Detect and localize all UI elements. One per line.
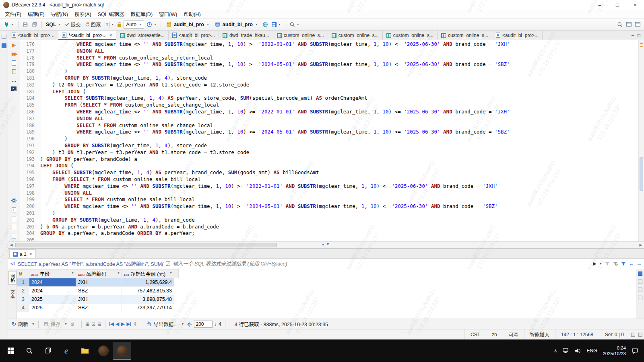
export-data-button[interactable]: 导出数据... xyxy=(145,319,179,329)
status-mini-icon[interactable] xyxy=(631,333,635,337)
grid-cell[interactable]: SBZ xyxy=(76,304,122,312)
execute-script-icon[interactable]: ▶▶ xyxy=(12,51,16,57)
grid-cell[interactable]: 2024 xyxy=(29,278,76,287)
file-warning-icon[interactable] xyxy=(12,216,16,221)
next-row-icon[interactable]: ▶ xyxy=(121,321,124,327)
grid-cell[interactable]: 2024 xyxy=(29,287,76,295)
fetch-size-input[interactable] xyxy=(194,321,213,328)
scrollbar-thumb[interactable] xyxy=(15,243,277,247)
row-number[interactable]: 2 xyxy=(17,287,29,295)
fetch-segment-icon[interactable]: ↓ xyxy=(215,322,217,327)
network-icon[interactable] xyxy=(563,348,569,354)
menu-item-5[interactable]: 数据库(D) xyxy=(127,9,156,19)
transaction-log-dropdown[interactable]: T ▼ xyxy=(103,21,116,28)
start-button[interactable] xyxy=(2,342,20,360)
tray-chevron-up-icon[interactable]: ∧ xyxy=(554,348,557,354)
last-row-icon[interactable]: ▶| xyxy=(127,321,132,327)
cancel-button[interactable]: ⊘ xyxy=(69,321,78,328)
connection-selector[interactable]: audit_bi_pro ▼ xyxy=(164,21,211,27)
grid-cell[interactable]: JXH xyxy=(76,295,122,304)
grid-settings-gear-icon[interactable] xyxy=(186,321,192,327)
internet-explorer-button[interactable]: e xyxy=(57,342,76,360)
first-row-icon[interactable]: |◀ xyxy=(109,321,114,327)
add-row-icon[interactable]: ⊞ xyxy=(85,321,89,327)
code-line[interactable]: 191 GROUP BY SUBSTR(mgclear_time, 1, 4),… xyxy=(20,142,638,149)
er-diagram-dropdown[interactable]: ▼ xyxy=(270,21,282,28)
chevron-down-icon[interactable]: ▼ xyxy=(32,323,35,325)
row-number[interactable]: 1 xyxy=(17,278,29,287)
sash-collapse-arrows[interactable]: ▲▼ xyxy=(321,242,331,246)
code-line[interactable]: 197 WHERE mgclear_time <> '' AND SUBSTR(… xyxy=(20,183,638,190)
code-line[interactable]: 193) GROUP BY perYear, brandCode) a xyxy=(20,156,638,163)
grid-cell[interactable]: JXH xyxy=(76,278,122,287)
schema-selector[interactable]: audit_bi_pro ▼ xyxy=(213,21,260,27)
code-line[interactable]: 179 WHERE mgclear_time <> '' AND SUBSTR(… xyxy=(20,61,638,68)
code-line[interactable]: 183 LEFT JOIN ( xyxy=(20,88,638,95)
editor-tab-6[interactable]: custom_online_s... xyxy=(328,31,383,40)
language-indicator[interactable]: ENG xyxy=(586,348,597,354)
taskbar-clock[interactable]: 0:24 2025/10/23 xyxy=(603,345,626,356)
task-view-button[interactable] xyxy=(39,342,57,360)
menu-item-2[interactable]: 导航(N) xyxy=(48,9,71,19)
app-button-1[interactable] xyxy=(94,342,113,360)
code-line[interactable]: 205 xyxy=(20,237,638,241)
grid-cell[interactable]: 3,898,875.48 xyxy=(122,295,174,304)
editor-tab-7[interactable]: custom_online_s... xyxy=(383,31,438,40)
column-filter-dropdown[interactable]: ▼ xyxy=(169,272,172,274)
new-sql-editor-button[interactable]: SQL ▼ xyxy=(45,21,62,28)
chevron-down-icon[interactable]: ▼ xyxy=(182,323,184,325)
code-line[interactable]: 185 FROM (SELECT * FROM custom_online_sa… xyxy=(20,102,638,109)
menu-item-4[interactable]: SQL 编辑器 xyxy=(95,9,128,19)
code-line[interactable]: 196 FROM (SELECT * FROM custom_online_sa… xyxy=(20,176,638,183)
menu-item-6[interactable]: 窗口(W) xyxy=(156,9,180,19)
code-line[interactable]: 202 GROUP BY SUBSTR(mgclear_time, 1, 4),… xyxy=(20,217,638,224)
new-connection-button[interactable]: ▼ xyxy=(2,21,15,28)
editor-tab-3[interactable]: <audit_bi_pro>... xyxy=(169,31,219,40)
panel-aggregate-icon[interactable] xyxy=(638,288,642,292)
grid-cell[interactable]: 1,295,629.4 xyxy=(122,278,174,287)
editor-tab-8[interactable]: custom_online_s... xyxy=(438,31,492,40)
apply-filter-play-icon[interactable]: ▶ xyxy=(593,261,597,266)
code-line[interactable]: 176 WHERE mgclear_time <> '' AND SUBSTR(… xyxy=(20,41,638,48)
menu-item-7[interactable]: 帮助(H) xyxy=(180,9,204,19)
menu-item-1[interactable]: 编辑(E) xyxy=(25,9,48,19)
code-line[interactable]: 189 WHERE mgclear_time <> '' AND SUBSTR(… xyxy=(20,129,638,136)
scroll-right-icon[interactable]: ▶ xyxy=(638,243,644,247)
explain-plan-icon[interactable] xyxy=(12,60,16,66)
menu-item-3[interactable]: 搜索(A) xyxy=(71,9,95,19)
commit-mode-combo[interactable]: Auto ▼ xyxy=(124,21,144,29)
code-line[interactable]: 177 UNION ALL xyxy=(20,48,638,55)
editor-horizontal-scrollbar[interactable]: ◀ ▲▼ ▶ xyxy=(8,241,644,249)
code-line[interactable]: 182 ) t2 ON t1.perYear = t2.perYear AND … xyxy=(20,82,638,88)
settings-gear-icon[interactable] xyxy=(11,197,17,204)
grid-cell[interactable]: 2025 xyxy=(29,295,76,304)
code-line[interactable]: 187 UNION ALL xyxy=(20,115,638,122)
filter-history-forward-icon[interactable]: → xyxy=(636,261,642,267)
editor-tab-9[interactable]: <audit_bi_pro>... xyxy=(492,31,543,40)
code-line[interactable]: 181 GROUP BY SUBSTR(mgclear_time, 1, 4),… xyxy=(20,75,638,82)
presentation-tab-1[interactable]: 文本 xyxy=(9,288,16,300)
restore-view-icon[interactable] xyxy=(2,34,6,39)
code-line[interactable]: 195 SELECT SUBSTR(mgclear_time, 1, 4) AS… xyxy=(20,169,638,176)
perspective-editor-button[interactable] xyxy=(625,21,633,27)
code-line[interactable]: 194LEFT JOIN ( xyxy=(20,162,638,169)
grid-cell[interactable]: 723,397,779.14 xyxy=(122,304,174,312)
code-line[interactable]: 192 ) t3 ON t1.perYear = t3.perYear AND … xyxy=(20,149,638,156)
readonly-toggle[interactable] xyxy=(116,21,122,28)
save-data-button[interactable]: 保存 xyxy=(42,319,62,329)
menu-item-0[interactable]: 文件(F) xyxy=(2,9,25,19)
editor-tab-5[interactable]: custom_online_s... xyxy=(273,31,328,40)
panel-metadata-icon[interactable] xyxy=(638,296,642,300)
previous-row-icon[interactable]: ◀ xyxy=(116,321,119,327)
refresh-button[interactable]: ↻ 刷新 xyxy=(10,319,29,329)
file-explorer-button[interactable] xyxy=(76,342,94,360)
notifications-icon[interactable] xyxy=(638,333,642,337)
chevron-down-icon[interactable]: ▼ xyxy=(599,262,602,265)
scrollbar-track[interactable]: ▲▼ xyxy=(14,242,638,248)
code-area[interactable]: 176 WHERE mgclear_time <> '' AND SUBSTR(… xyxy=(20,40,638,241)
duplicate-row-icon[interactable]: ⊡ xyxy=(91,321,95,327)
execute-statement-icon[interactable]: ▶ xyxy=(12,43,16,48)
results-tab[interactable]: a 1 × xyxy=(9,249,36,258)
script-info-icon[interactable] xyxy=(12,234,16,239)
expand-filter-icon[interactable] xyxy=(166,261,170,266)
